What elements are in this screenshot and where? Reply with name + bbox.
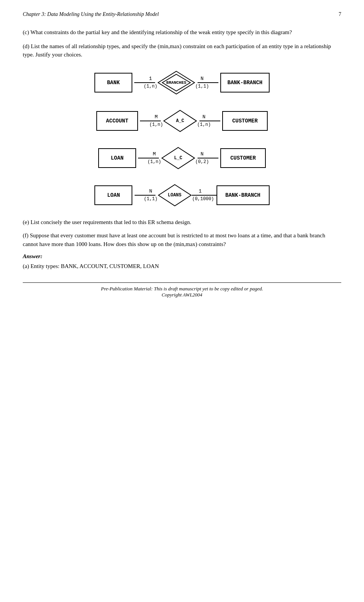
diamond-loans: LOANS — [158, 184, 192, 207]
left-card-bottom-2: (1,n) — [138, 122, 163, 128]
question-e: (e) List concisely the user requirements… — [23, 218, 341, 227]
footer-line1: Pre-Publication Material: This is draft … — [23, 286, 341, 292]
diamond-lc: L_C — [161, 147, 195, 169]
entity-loan-2: LOAN — [94, 185, 132, 205]
diagram-3: LOAN M (1,n) L_C N (0,2) CUSTOMER — [23, 147, 341, 169]
right-seg-3: N (0,2) — [195, 151, 220, 165]
question-d-text: (d) List the names of all relationship t… — [23, 43, 331, 58]
question-e-text: (e) List concisely the user requirements… — [23, 219, 191, 225]
left-card-top-1: 1 — [138, 76, 152, 82]
question-f: (f) Suppose that every customer must hav… — [23, 231, 341, 249]
question-c: (c) What constraints do the partial key … — [23, 28, 341, 37]
left-line-4 — [135, 195, 155, 196]
diamond-label-loans: LOANS — [168, 193, 181, 198]
entity-loan-1: LOAN — [98, 148, 136, 168]
diamond-label-lc: L_C — [174, 155, 182, 161]
diagram-2: ACCOUNT M (1,n) A_C N (1,n) CUSTOMER — [23, 110, 341, 132]
entity-customer-1: CUSTOMER — [222, 111, 268, 131]
page-footer: Pre-Publication Material: This is draft … — [23, 282, 341, 298]
diagram-1: BANK 1 (1,n) BRANCHES N (1,1 — [23, 71, 341, 95]
left-card-top-4: N — [138, 188, 152, 194]
question-d: (d) List the names of all relationship t… — [23, 42, 341, 59]
answer-a-text: (a) Entity types: BANK, ACCOUNT, CUSTOME… — [23, 263, 159, 269]
left-line-3 — [138, 158, 159, 158]
diamond-ac: A_C — [163, 110, 197, 132]
chapter-title: Chapter 3: Data Modeling Using the Entit… — [23, 11, 159, 17]
question-f-text: (f) Suppose that every customer must hav… — [23, 232, 325, 247]
left-card-bottom-3: (1,n) — [136, 159, 161, 165]
double-diamond-branches: BRANCHES — [157, 71, 195, 95]
left-card-top-3: M — [141, 151, 156, 157]
page-header: Chapter 3: Data Modeling Using the Entit… — [23, 11, 341, 17]
left-card-bottom-4: (1,1) — [132, 196, 157, 202]
right-card-top-2: N — [202, 114, 217, 120]
page: Chapter 3: Data Modeling Using the Entit… — [0, 0, 364, 602]
right-card-bottom-3: (0,2) — [195, 159, 220, 165]
right-card-top-1: N — [201, 76, 215, 82]
right-seg-4: 1 (0,1000) — [192, 188, 217, 202]
right-line-1 — [198, 82, 218, 83]
er-diagrams-section: BANK 1 (1,n) BRANCHES N (1,1 — [23, 67, 341, 210]
left-line-1 — [134, 82, 155, 83]
right-card-top-3: N — [201, 151, 215, 157]
diagram-4: LOAN N (1,1) LOANS 1 (0,1000) BANK-BRANC… — [23, 184, 341, 207]
right-card-bottom-4: (0,1000) — [192, 196, 216, 202]
left-seg-1: 1 (1,n) — [132, 76, 157, 89]
entity-bank: BANK — [94, 73, 132, 92]
left-seg-4: N (1,1) — [132, 188, 157, 202]
right-line-4 — [192, 195, 217, 196]
left-seg-3: M (1,n) — [136, 151, 161, 165]
diamond-label-branches: BRANCHES — [166, 80, 187, 85]
left-card-top-2: M — [143, 114, 158, 120]
entity-bank-branch-2: BANK-BRANCH — [217, 185, 270, 205]
left-seg-2: M (1,n) — [138, 114, 163, 128]
left-line-2 — [140, 121, 161, 121]
question-c-text: (c) What constraints do the partial key … — [23, 29, 292, 35]
entity-customer-2: CUSTOMER — [220, 148, 266, 168]
right-card-bottom-2: (1,n) — [197, 122, 222, 128]
right-seg-1: N (1,1) — [195, 76, 220, 89]
entity-bank-branch-1: BANK-BRANCH — [220, 73, 270, 92]
entity-account: ACCOUNT — [96, 111, 138, 131]
right-card-bottom-1: (1,1) — [195, 84, 220, 89]
right-line-3 — [198, 158, 218, 158]
answer-label: Answer: — [23, 253, 341, 260]
right-line-2 — [199, 121, 220, 121]
left-card-bottom-1: (1,n) — [132, 84, 157, 89]
diamond-label-ac: A_C — [176, 118, 184, 124]
footer-line2: Copyright AWL2004 — [23, 292, 341, 298]
answer-a: (a) Entity types: BANK, ACCOUNT, CUSTOME… — [23, 262, 341, 271]
page-number: 7 — [339, 11, 341, 17]
right-seg-2: N (1,n) — [197, 114, 222, 128]
right-card-top-4: 1 — [199, 188, 209, 194]
